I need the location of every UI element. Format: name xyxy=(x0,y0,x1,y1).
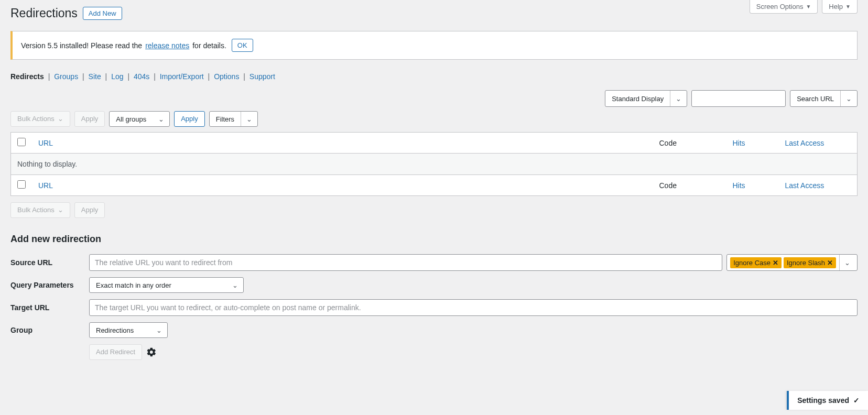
display-mode-value: Standard Display xyxy=(605,95,670,103)
version-notice: Version 5.5 installed! Please read the r… xyxy=(10,31,858,60)
chevron-down-icon: ⌄ xyxy=(153,112,169,126)
col-hits-footer[interactable]: Hits xyxy=(733,181,745,190)
apply-group-filter-button[interactable]: Apply xyxy=(174,111,205,127)
notice-suffix: for details. xyxy=(192,41,226,50)
subnav-site[interactable]: Site xyxy=(89,72,101,81)
add-redirection-title: Add new redirection xyxy=(10,234,858,245)
col-url-footer[interactable]: URL xyxy=(38,181,53,190)
col-last-footer[interactable]: Last Access xyxy=(785,181,824,190)
ignore-slash-tag[interactable]: Ignore Slash ✕ xyxy=(784,257,836,268)
empty-message: Nothing to display. xyxy=(11,154,858,175)
page-title: Redirections xyxy=(10,6,78,20)
screen-options-label: Screen Options xyxy=(756,3,804,10)
query-params-label: Query Parameters xyxy=(10,281,89,289)
bulk-actions-label-bottom: Bulk Actions xyxy=(17,203,55,217)
chevron-down-icon: ⌄ xyxy=(226,278,243,292)
redirects-table: URL Code Hits Last Access Nothing to dis… xyxy=(10,132,858,196)
search-input[interactable] xyxy=(691,90,786,107)
bulk-actions-select-bottom[interactable]: Bulk Actions ⌄ xyxy=(10,202,70,218)
ignore-case-label: Ignore Case xyxy=(733,259,771,267)
search-url-label: Search URL xyxy=(790,95,840,103)
close-icon: ✕ xyxy=(827,259,833,267)
col-last-header[interactable]: Last Access xyxy=(785,139,824,147)
subnav-404s[interactable]: 404s xyxy=(134,72,149,81)
col-hits-header[interactable]: Hits xyxy=(733,139,745,147)
source-flags-select[interactable]: Ignore Case ✕ Ignore Slash ✕ ⌄ xyxy=(726,254,858,271)
apply-bulk-button[interactable]: Apply xyxy=(74,111,105,127)
chevron-down-icon: ⌄ xyxy=(670,91,687,106)
add-new-button[interactable]: Add New xyxy=(83,7,122,20)
notice-prefix: Version 5.5 installed! Please read the xyxy=(21,41,142,50)
ignore-slash-label: Ignore Slash xyxy=(787,259,825,267)
group-filter-select[interactable]: All groups ⌄ xyxy=(109,111,170,127)
chevron-down-icon: ▼ xyxy=(806,4,811,9)
target-url-input[interactable] xyxy=(89,299,858,316)
query-params-value: Exact match in any order xyxy=(90,281,226,289)
col-url-header[interactable]: URL xyxy=(38,139,53,147)
add-redirect-button[interactable]: Add Redirect xyxy=(89,344,142,360)
group-select[interactable]: Redirections ⌄ xyxy=(89,322,168,338)
group-filter-value: All groups xyxy=(110,115,153,123)
chevron-down-icon: ⌄ xyxy=(58,203,63,217)
chevron-down-icon: ⌄ xyxy=(58,112,63,126)
select-all-checkbox[interactable] xyxy=(17,138,26,146)
close-icon: ✕ xyxy=(773,259,778,267)
bulk-actions-select[interactable]: Bulk Actions ⌄ xyxy=(10,111,70,127)
select-all-checkbox-footer[interactable] xyxy=(17,180,26,189)
display-mode-select[interactable]: Standard Display ⌄ xyxy=(605,90,687,107)
ignore-case-tag[interactable]: Ignore Case ✕ xyxy=(730,257,782,268)
source-url-input[interactable] xyxy=(89,254,722,271)
subnav-redirects[interactable]: Redirects xyxy=(10,72,44,81)
chevron-down-icon: ⌄ xyxy=(839,255,855,270)
chevron-down-icon: ▼ xyxy=(845,4,851,9)
subnav-log[interactable]: Log xyxy=(111,72,123,81)
screen-options-tab[interactable]: Screen Options ▼ xyxy=(750,0,818,14)
group-value: Redirections xyxy=(90,326,150,334)
gear-icon[interactable] xyxy=(146,347,157,357)
help-label: Help xyxy=(829,3,843,10)
filters-label: Filters xyxy=(210,115,241,123)
chevron-down-icon: ⌄ xyxy=(241,112,257,126)
subnav-groups[interactable]: Groups xyxy=(54,72,78,81)
subnav-support[interactable]: Support xyxy=(249,72,275,81)
source-url-label: Source URL xyxy=(10,258,89,267)
sub-nav: Redirects | Groups | Site | Log | 404s |… xyxy=(10,72,858,81)
chevron-down-icon: ⌄ xyxy=(840,91,857,106)
filters-select[interactable]: Filters ⌄ xyxy=(209,111,258,127)
col-code-header: Code xyxy=(653,133,726,154)
subnav-import-export[interactable]: Import/Export xyxy=(160,72,204,81)
target-url-label: Target URL xyxy=(10,303,89,312)
subnav-options[interactable]: Options xyxy=(214,72,239,81)
query-params-select[interactable]: Exact match in any order ⌄ xyxy=(89,277,244,293)
notice-ok-button[interactable]: OK xyxy=(232,39,253,52)
apply-bulk-button-bottom[interactable]: Apply xyxy=(74,202,105,218)
bulk-actions-label: Bulk Actions xyxy=(17,112,55,126)
chevron-down-icon: ⌄ xyxy=(150,323,167,337)
col-code-footer: Code xyxy=(653,175,726,196)
search-url-select[interactable]: Search URL ⌄ xyxy=(790,90,858,107)
release-notes-link[interactable]: release notes xyxy=(145,41,189,50)
help-tab[interactable]: Help ▼ xyxy=(822,0,858,14)
group-label: Group xyxy=(10,326,89,334)
